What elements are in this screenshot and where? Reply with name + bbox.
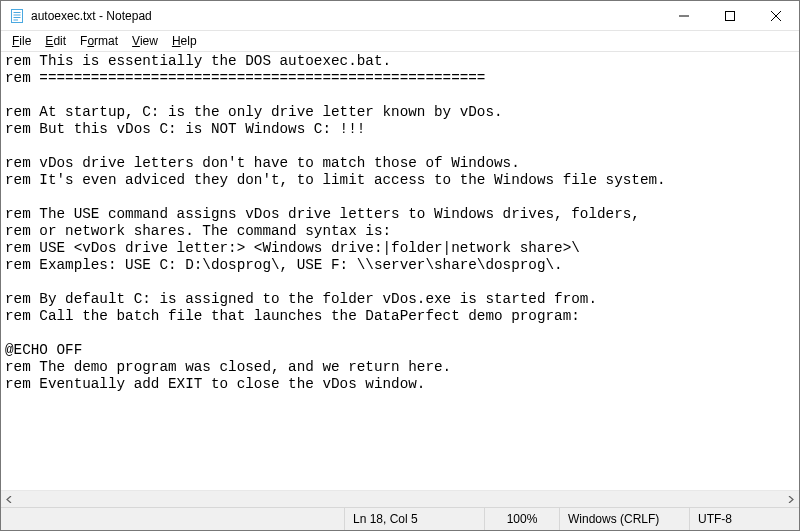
statusbar: Ln 18, Col 5 100% Windows (CRLF) UTF-8	[1, 507, 799, 530]
menubar: File Edit Format View Help	[1, 31, 799, 51]
status-spacer	[1, 508, 344, 530]
notepad-icon	[9, 8, 25, 24]
close-button[interactable]	[753, 1, 799, 31]
status-eol: Windows (CRLF)	[559, 508, 689, 530]
status-encoding: UTF-8	[689, 508, 799, 530]
titlebar: autoexec.txt - Notepad	[1, 1, 799, 31]
scroll-left-arrow-icon[interactable]	[1, 491, 18, 507]
svg-rect-0	[12, 9, 23, 22]
window-title: autoexec.txt - Notepad	[31, 9, 152, 23]
notepad-window: autoexec.txt - Notepad File Edit Format …	[0, 0, 800, 531]
menu-view[interactable]: View	[125, 33, 165, 49]
status-zoom: 100%	[484, 508, 559, 530]
maximize-button[interactable]	[707, 1, 753, 31]
minimize-button[interactable]	[661, 1, 707, 31]
menu-help[interactable]: Help	[165, 33, 204, 49]
svg-rect-6	[726, 11, 735, 20]
editor-area: rem This is essentially the DOS autoexec…	[1, 51, 799, 507]
horizontal-scrollbar[interactable]	[1, 490, 799, 507]
status-position: Ln 18, Col 5	[344, 508, 484, 530]
menu-file[interactable]: File	[5, 33, 38, 49]
menu-edit[interactable]: Edit	[38, 33, 73, 49]
menu-format[interactable]: Format	[73, 33, 125, 49]
scrollbar-track[interactable]	[18, 491, 782, 507]
scroll-right-arrow-icon[interactable]	[782, 491, 799, 507]
text-editor[interactable]: rem This is essentially the DOS autoexec…	[1, 52, 799, 490]
